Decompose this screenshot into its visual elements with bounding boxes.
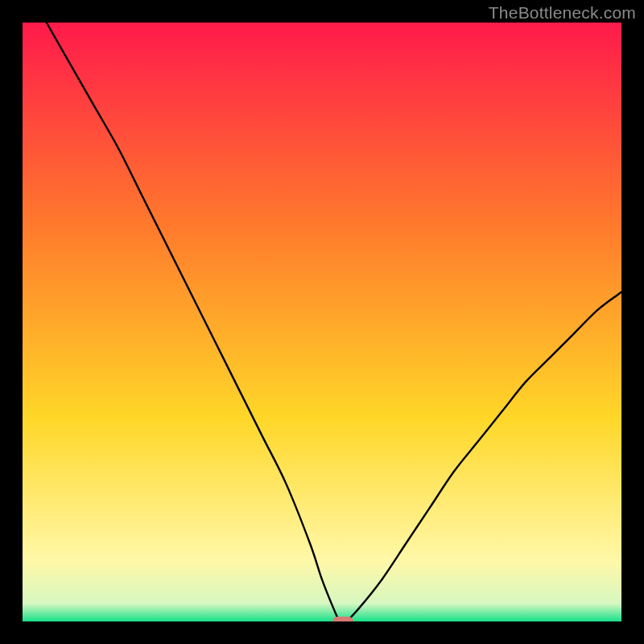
curve-layer — [23, 23, 621, 621]
chart-frame: TheBottleneck.com — [0, 0, 644, 644]
watermark-text: TheBottleneck.com — [489, 3, 636, 23]
optimal-marker — [332, 617, 353, 621]
bottleneck-curve — [47, 23, 621, 621]
plot-area — [23, 23, 621, 621]
